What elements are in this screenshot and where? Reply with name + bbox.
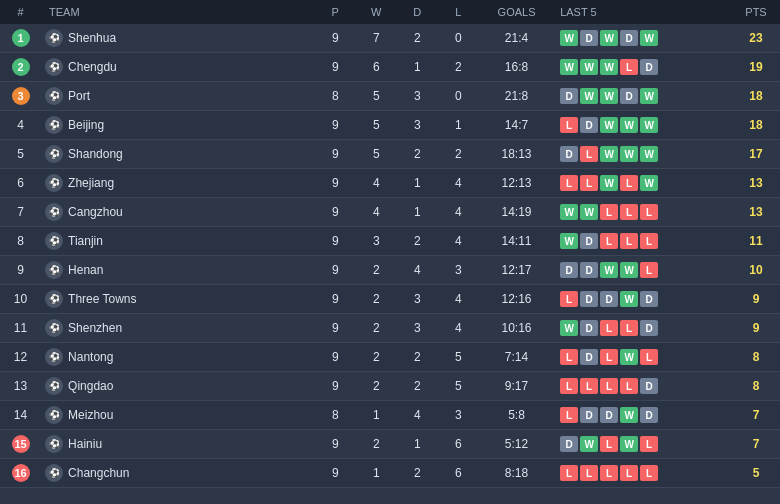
col-l-value: 2 xyxy=(438,53,479,82)
rank-badge: 2 xyxy=(12,58,30,76)
team-cell: ⚽ Nantong xyxy=(41,343,315,372)
col-w-value: 4 xyxy=(356,169,397,198)
table-row: 13 ⚽ Qingdao 92259:17LLLLD8 xyxy=(0,372,780,401)
last5-cell: DLWWW xyxy=(554,140,732,169)
rank-number: 5 xyxy=(17,147,24,161)
team-icon: ⚽ xyxy=(45,116,63,134)
col-goals-value: 12:16 xyxy=(479,285,554,314)
team-icon: ⚽ xyxy=(45,232,63,250)
rank-number: 7 xyxy=(17,205,24,219)
col-w-value: 5 xyxy=(356,140,397,169)
col-rank: # xyxy=(0,0,41,24)
last5-cell: LLLLD xyxy=(554,372,732,401)
result-badge-w: W xyxy=(600,117,618,133)
team-icon: ⚽ xyxy=(45,319,63,337)
result-badge-w: W xyxy=(560,59,578,75)
result-badge-l: L xyxy=(580,146,598,162)
result-badge-w: W xyxy=(600,30,618,46)
last5-cell: DDWWL xyxy=(554,256,732,285)
col-w-value: 7 xyxy=(356,24,397,53)
table-row: 11 ⚽ Shenzhen 923410:16WDLLD9 xyxy=(0,314,780,343)
table-row: 1 ⚽ Shenhua 972021:4WDWDW23 xyxy=(0,24,780,53)
result-badge-d: D xyxy=(580,349,598,365)
col-w-value: 2 xyxy=(356,285,397,314)
team-cell: ⚽ Shenhua xyxy=(41,24,315,53)
result-badge-w: W xyxy=(620,117,638,133)
rank-cell: 4 xyxy=(0,111,41,140)
rank-cell: 10 xyxy=(0,285,41,314)
col-w: W xyxy=(356,0,397,24)
pts-value: 10 xyxy=(732,256,780,285)
result-badge-l: L xyxy=(560,175,578,191)
result-badge-l: L xyxy=(600,436,618,452)
result-badge-w: W xyxy=(640,146,658,162)
col-d-value: 3 xyxy=(397,82,438,111)
rank-badge: 3 xyxy=(12,87,30,105)
col-w-value: 3 xyxy=(356,227,397,256)
col-w-value: 2 xyxy=(356,256,397,285)
col-p: P xyxy=(315,0,356,24)
rank-cell: 15 xyxy=(0,430,41,459)
result-badge-d: D xyxy=(580,291,598,307)
table-row: 14 ⚽ Meizhou 81435:8LDDWD7 xyxy=(0,401,780,430)
result-badge-d: D xyxy=(580,320,598,336)
table-row: 4 ⚽ Beijing 953114:7LDWWW18 xyxy=(0,111,780,140)
team-name: Zhejiang xyxy=(68,176,114,190)
result-badge-w: W xyxy=(600,88,618,104)
col-l-value: 5 xyxy=(438,343,479,372)
team-name: Changchun xyxy=(68,466,129,480)
team-name: Qingdao xyxy=(68,379,113,393)
col-p-value: 9 xyxy=(315,256,356,285)
rank-cell: 12 xyxy=(0,343,41,372)
last5-cell: LLLLL xyxy=(554,459,732,488)
team-cell: ⚽ Qingdao xyxy=(41,372,315,401)
rank-cell: 1 xyxy=(0,24,41,53)
table-row: 6 ⚽ Zhejiang 941412:13LLWLW13 xyxy=(0,169,780,198)
col-l-value: 1 xyxy=(438,111,479,140)
team-name: Cangzhou xyxy=(68,205,123,219)
result-badge-w: W xyxy=(620,146,638,162)
last5-cell: LLWLW xyxy=(554,169,732,198)
rank-badge: 15 xyxy=(12,435,30,453)
team-name: Shenzhen xyxy=(68,321,122,335)
col-l-value: 0 xyxy=(438,24,479,53)
rank-number: 10 xyxy=(14,292,27,306)
result-badge-l: L xyxy=(600,320,618,336)
col-w-value: 1 xyxy=(356,401,397,430)
result-badge-d: D xyxy=(580,407,598,423)
col-w-value: 1 xyxy=(356,459,397,488)
rank-number: 12 xyxy=(14,350,27,364)
col-l-value: 4 xyxy=(438,285,479,314)
pts-value: 23 xyxy=(732,24,780,53)
col-goals-value: 10:16 xyxy=(479,314,554,343)
col-goals-value: 14:7 xyxy=(479,111,554,140)
result-badge-w: W xyxy=(620,436,638,452)
team-cell: ⚽ Henan xyxy=(41,256,315,285)
pts-value: 13 xyxy=(732,198,780,227)
table-row: 12 ⚽ Nantong 92257:14LDLWL8 xyxy=(0,343,780,372)
table-row: 15 ⚽ Hainiu 92165:12DWLWL7 xyxy=(0,430,780,459)
col-l: L xyxy=(438,0,479,24)
result-badge-l: L xyxy=(560,117,578,133)
result-badge-d: D xyxy=(580,233,598,249)
col-d: D xyxy=(397,0,438,24)
rank-badge: 1 xyxy=(12,29,30,47)
last5-cell: WDWDW xyxy=(554,24,732,53)
table-row: 16 ⚽ Changchun 91268:18LLLLL5 xyxy=(0,459,780,488)
team-name: Shenhua xyxy=(68,31,116,45)
result-badge-l: L xyxy=(640,436,658,452)
col-w-value: 5 xyxy=(356,82,397,111)
pts-value: 8 xyxy=(732,372,780,401)
result-badge-d: D xyxy=(560,436,578,452)
team-name: Hainiu xyxy=(68,437,102,451)
col-l-value: 4 xyxy=(438,227,479,256)
result-badge-w: W xyxy=(620,349,638,365)
col-l-value: 3 xyxy=(438,256,479,285)
rank-cell: 14 xyxy=(0,401,41,430)
team-icon: ⚽ xyxy=(45,377,63,395)
col-p-value: 9 xyxy=(315,227,356,256)
result-badge-d: D xyxy=(620,88,638,104)
result-badge-w: W xyxy=(580,204,598,220)
col-d-value: 2 xyxy=(397,140,438,169)
table-row: 5 ⚽ Shandong 952218:13DLWWW17 xyxy=(0,140,780,169)
